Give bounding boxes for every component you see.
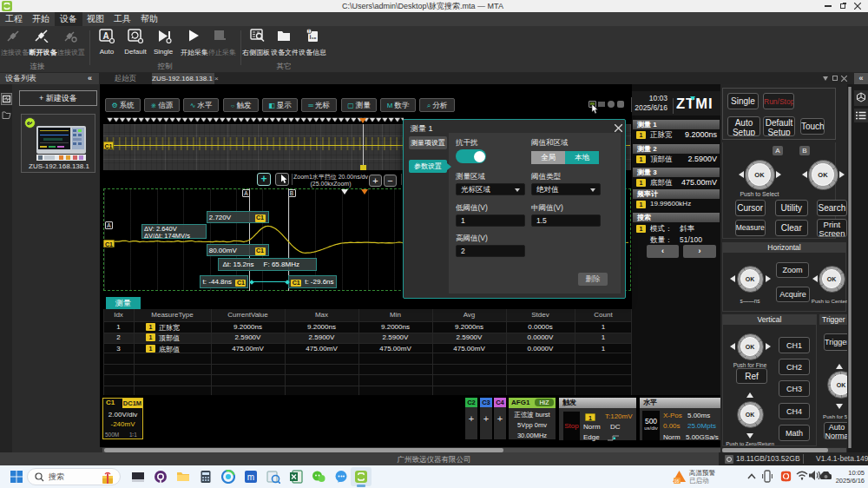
svg-text:16: 16 (674, 478, 680, 484)
svg-text:A: A (102, 31, 108, 41)
svg-text:m: m (247, 472, 254, 482)
svg-text:!: ! (308, 29, 310, 34)
svg-text:i₁₀: i₁₀ (310, 34, 317, 40)
